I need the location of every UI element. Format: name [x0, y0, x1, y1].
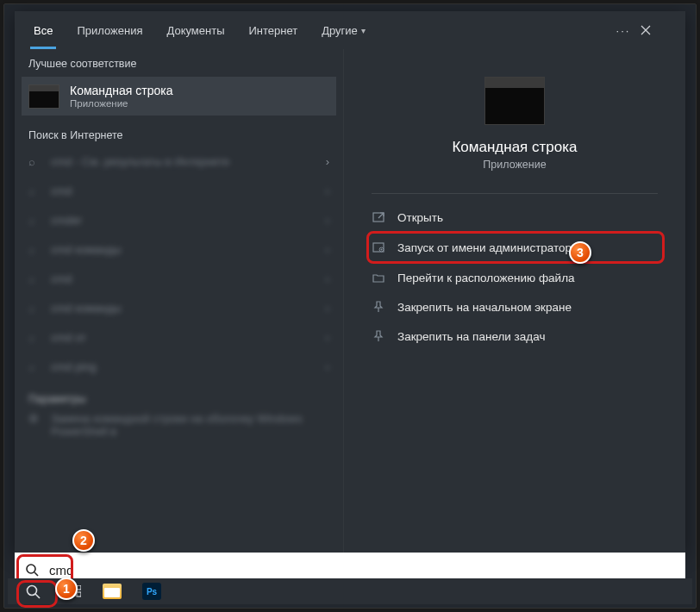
search-input[interactable] [49, 563, 685, 578]
action-list: Открыть Запуск от имени администратора П… [344, 194, 685, 359]
annotation-badge-2: 2 [72, 529, 95, 552]
svg-point-3 [27, 565, 35, 573]
tab-apps[interactable]: Приложения [65, 11, 154, 49]
close-icon [641, 25, 651, 35]
search-icon [25, 584, 41, 599]
svg-point-4 [28, 586, 37, 596]
best-match-subtitle: Приложение [70, 98, 172, 109]
search-icon [15, 563, 49, 577]
chevron-down-icon: ▾ [361, 26, 366, 35]
search-icon: ⌕ [28, 155, 41, 168]
annotation-badge-3: 3 [569, 241, 591, 264]
tab-docs[interactable]: Документы [154, 11, 236, 49]
action-pin-start-label: Закрепить на начальном экране [397, 301, 572, 314]
chevron-right-icon: › [326, 155, 329, 168]
web-result[interactable]: ⌕cmd› [15, 176, 343, 205]
web-result[interactable]: ⌕cmd команды› [15, 234, 343, 264]
cmd-icon [28, 84, 59, 109]
best-match-title: Командная строка [70, 84, 172, 97]
action-open-label: Открыть [397, 211, 443, 224]
taskbar-photoshop-button[interactable]: Ps [132, 578, 172, 604]
preview-pane: Командная строка Приложение Открыть [344, 49, 685, 553]
annotation-badge-1: 1 [55, 578, 78, 600]
taskbar-explorer-button[interactable] [92, 578, 132, 604]
search-tabs: Все Приложения Документы Интернет Другие… [15, 11, 685, 49]
web-result[interactable]: ⌕ cmd - См. результаты в Интернете › [15, 147, 343, 176]
action-open[interactable]: Открыть [344, 203, 685, 232]
pin-icon [372, 329, 385, 343]
taskbar: Ps [8, 578, 692, 604]
cmd-large-icon [484, 77, 545, 125]
results-left-pane: Лучшее соответствие Командная строка При… [15, 49, 344, 553]
windows-search-panel: Все Приложения Документы Интернет Другие… [15, 11, 685, 553]
taskbar-search-button[interactable] [13, 578, 53, 604]
web-result-label: cmd - См. результаты в Интернете [51, 155, 229, 168]
action-pin-taskbar-label: Закрепить на панели задач [397, 330, 545, 343]
action-run-as-admin-label: Запуск от имени администратора [397, 241, 578, 254]
web-result[interactable]: ⌕cmd от› [15, 322, 343, 352]
action-pin-start[interactable]: Закрепить на начальном экране [344, 292, 685, 322]
folder-icon [372, 271, 385, 284]
settings-result-label: Замена командной строки на оболочку Wind… [51, 412, 329, 438]
close-button[interactable] [641, 25, 678, 35]
pin-icon [372, 300, 385, 314]
web-result[interactable]: ⌕cmder› [15, 205, 343, 234]
section-best-match: Лучшее соответствие [15, 49, 343, 75]
open-icon [372, 210, 385, 224]
explorer-icon [103, 584, 122, 599]
action-pin-taskbar[interactable]: Закрепить на панели задач [344, 322, 685, 351]
settings-result[interactable]: ⚙ Замена командной строки на оболочку Wi… [15, 409, 343, 440]
action-open-location-label: Перейти к расположению файла [397, 272, 575, 284]
photoshop-icon: Ps [142, 583, 161, 600]
action-run-as-admin[interactable]: Запуск от имени администратора [368, 233, 663, 262]
web-result[interactable]: ⌕cmd ping› [15, 352, 343, 381]
action-open-location[interactable]: Перейти к расположению файла [344, 263, 685, 292]
tab-web[interactable]: Интернет [236, 11, 309, 49]
web-result[interactable]: ⌕cmd команды› [15, 293, 343, 322]
tab-all[interactable]: Все [22, 11, 65, 49]
best-match-item[interactable]: Командная строка Приложение [22, 77, 336, 116]
more-button[interactable]: ··· [606, 24, 641, 37]
tab-other[interactable]: Другие ▾ [309, 11, 378, 49]
tab-other-label: Другие [322, 24, 358, 37]
section-web: Поиск в Интернете [15, 121, 343, 147]
preview-title: Командная строка [452, 139, 577, 156]
admin-icon [372, 240, 385, 254]
section-params: Параметры [15, 381, 343, 409]
preview-subtitle: Приложение [483, 159, 546, 171]
svg-rect-7 [77, 592, 81, 596]
web-results-list: ⌕ cmd - См. результаты в Интернете › ⌕cm… [15, 147, 343, 553]
gear-icon: ⚙ [28, 412, 41, 438]
web-result[interactable]: ⌕cmd› [15, 264, 343, 293]
